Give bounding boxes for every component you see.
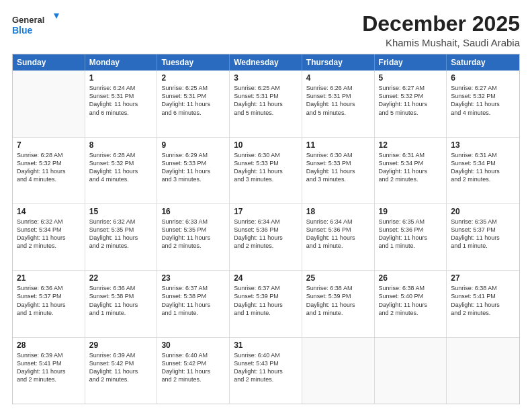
day-number-16: 16 <box>161 207 225 216</box>
calendar-row-1: 7Sunrise: 6:28 AM Sunset: 5:32 PM Daylig… <box>13 138 519 204</box>
day-number-22: 22 <box>89 273 153 283</box>
day-info-23: Sunrise: 6:37 AM Sunset: 5:38 PM Dayligh… <box>161 284 225 317</box>
day-info-3: Sunrise: 6:25 AM Sunset: 5:31 PM Dayligh… <box>234 84 298 117</box>
header-monday: Monday <box>85 54 158 71</box>
calendar-row-4: 28Sunrise: 6:39 AM Sunset: 5:41 PM Dayli… <box>13 338 519 404</box>
calendar-row-3: 21Sunrise: 6:36 AM Sunset: 5:37 PM Dayli… <box>13 271 519 337</box>
day-info-22: Sunrise: 6:36 AM Sunset: 5:38 PM Dayligh… <box>89 284 153 317</box>
calendar-cell-3-0: 21Sunrise: 6:36 AM Sunset: 5:37 PM Dayli… <box>13 271 85 336</box>
calendar-cell-1-5: 12Sunrise: 6:31 AM Sunset: 5:34 PM Dayli… <box>375 138 447 203</box>
header-thursday: Thursday <box>302 54 375 71</box>
calendar-cell-0-2: 2Sunrise: 6:25 AM Sunset: 5:31 PM Daylig… <box>157 71 230 136</box>
day-info-10: Sunrise: 6:30 AM Sunset: 5:33 PM Dayligh… <box>234 151 298 184</box>
day-number-1: 1 <box>89 73 153 83</box>
calendar-cell-1-0: 7Sunrise: 6:28 AM Sunset: 5:32 PM Daylig… <box>13 138 85 203</box>
header-friday: Friday <box>375 54 447 71</box>
calendar-cell-4-3: 31Sunrise: 6:40 AM Sunset: 5:43 PM Dayli… <box>230 338 302 404</box>
calendar-cell-3-6: 27Sunrise: 6:38 AM Sunset: 5:41 PM Dayli… <box>447 271 519 336</box>
calendar-cell-2-4: 18Sunrise: 6:34 AM Sunset: 5:36 PM Dayli… <box>302 204 375 270</box>
calendar-cell-1-1: 8Sunrise: 6:28 AM Sunset: 5:32 PM Daylig… <box>85 138 158 203</box>
day-info-12: Sunrise: 6:31 AM Sunset: 5:34 PM Dayligh… <box>379 151 443 184</box>
day-info-29: Sunrise: 6:39 AM Sunset: 5:42 PM Dayligh… <box>89 351 153 384</box>
calendar-cell-0-6: 6Sunrise: 6:27 AM Sunset: 5:32 PM Daylig… <box>447 71 519 136</box>
calendar: Sunday Monday Tuesday Wednesday Thursday… <box>12 54 520 404</box>
calendar-cell-0-4: 4Sunrise: 6:26 AM Sunset: 5:31 PM Daylig… <box>302 71 375 136</box>
day-number-23: 23 <box>161 273 225 283</box>
day-number-5: 5 <box>379 73 443 83</box>
day-number-21: 21 <box>17 273 81 283</box>
calendar-cell-4-4 <box>302 338 375 404</box>
day-info-27: Sunrise: 6:38 AM Sunset: 5:41 PM Dayligh… <box>451 284 515 317</box>
day-number-27: 27 <box>451 273 515 283</box>
day-info-19: Sunrise: 6:35 AM Sunset: 5:36 PM Dayligh… <box>379 218 443 250</box>
day-number-24: 24 <box>234 273 298 283</box>
day-info-26: Sunrise: 6:38 AM Sunset: 5:40 PM Dayligh… <box>379 284 443 317</box>
calendar-cell-0-1: 1Sunrise: 6:24 AM Sunset: 5:31 PM Daylig… <box>85 71 158 136</box>
header-sunday: Sunday <box>13 54 85 71</box>
day-info-24: Sunrise: 6:37 AM Sunset: 5:39 PM Dayligh… <box>234 284 298 317</box>
calendar-cell-2-3: 17Sunrise: 6:34 AM Sunset: 5:36 PM Dayli… <box>230 204 302 270</box>
calendar-cell-3-3: 24Sunrise: 6:37 AM Sunset: 5:39 PM Dayli… <box>230 271 302 336</box>
day-number-4: 4 <box>306 73 370 83</box>
day-number-30: 30 <box>161 340 225 350</box>
calendar-cell-1-6: 13Sunrise: 6:31 AM Sunset: 5:34 PM Dayli… <box>447 138 519 203</box>
day-number-19: 19 <box>379 207 443 216</box>
day-number-26: 26 <box>379 273 443 283</box>
day-info-28: Sunrise: 6:39 AM Sunset: 5:41 PM Dayligh… <box>17 351 81 384</box>
calendar-cell-4-5 <box>375 338 447 404</box>
svg-text:General: General <box>12 15 44 25</box>
day-info-31: Sunrise: 6:40 AM Sunset: 5:43 PM Dayligh… <box>234 351 298 384</box>
header: General Blue December 2025 Khamis Mushai… <box>12 12 520 48</box>
calendar-cell-3-5: 26Sunrise: 6:38 AM Sunset: 5:40 PM Dayli… <box>375 271 447 336</box>
calendar-cell-0-3: 3Sunrise: 6:25 AM Sunset: 5:31 PM Daylig… <box>230 71 302 136</box>
day-number-15: 15 <box>89 207 153 216</box>
calendar-cell-4-1: 29Sunrise: 6:39 AM Sunset: 5:42 PM Dayli… <box>85 338 158 404</box>
svg-marker-1 <box>54 13 59 19</box>
calendar-cell-4-6 <box>447 338 519 404</box>
day-info-4: Sunrise: 6:26 AM Sunset: 5:31 PM Dayligh… <box>306 84 370 117</box>
day-number-18: 18 <box>306 207 370 216</box>
day-info-1: Sunrise: 6:24 AM Sunset: 5:31 PM Dayligh… <box>89 84 153 117</box>
day-number-3: 3 <box>234 73 298 83</box>
svg-text:Blue: Blue <box>12 25 33 36</box>
calendar-cell-2-0: 14Sunrise: 6:32 AM Sunset: 5:34 PM Dayli… <box>13 204 85 270</box>
day-number-11: 11 <box>306 140 370 150</box>
day-info-30: Sunrise: 6:40 AM Sunset: 5:42 PM Dayligh… <box>161 351 225 384</box>
day-info-25: Sunrise: 6:38 AM Sunset: 5:39 PM Dayligh… <box>306 284 370 317</box>
calendar-cell-3-2: 23Sunrise: 6:37 AM Sunset: 5:38 PM Dayli… <box>157 271 230 336</box>
day-info-6: Sunrise: 6:27 AM Sunset: 5:32 PM Dayligh… <box>451 84 515 117</box>
day-number-28: 28 <box>17 340 81 350</box>
day-number-17: 17 <box>234 207 298 216</box>
day-info-14: Sunrise: 6:32 AM Sunset: 5:34 PM Dayligh… <box>17 218 81 250</box>
page: General Blue December 2025 Khamis Mushai… <box>0 0 532 411</box>
day-info-11: Sunrise: 6:30 AM Sunset: 5:33 PM Dayligh… <box>306 151 370 184</box>
day-number-10: 10 <box>234 140 298 150</box>
calendar-cell-3-1: 22Sunrise: 6:36 AM Sunset: 5:38 PM Dayli… <box>85 271 158 336</box>
header-saturday: Saturday <box>447 54 519 71</box>
calendar-cell-0-5: 5Sunrise: 6:27 AM Sunset: 5:32 PM Daylig… <box>375 71 447 136</box>
calendar-cell-2-2: 16Sunrise: 6:33 AM Sunset: 5:35 PM Dayli… <box>157 204 230 270</box>
calendar-row-2: 14Sunrise: 6:32 AM Sunset: 5:34 PM Dayli… <box>13 204 519 271</box>
day-info-20: Sunrise: 6:35 AM Sunset: 5:37 PM Dayligh… <box>451 218 515 250</box>
day-info-17: Sunrise: 6:34 AM Sunset: 5:36 PM Dayligh… <box>234 218 298 250</box>
day-info-15: Sunrise: 6:32 AM Sunset: 5:35 PM Dayligh… <box>89 218 153 250</box>
day-number-9: 9 <box>161 140 225 150</box>
logo: General Blue <box>12 12 60 38</box>
header-tuesday: Tuesday <box>157 54 230 71</box>
day-info-18: Sunrise: 6:34 AM Sunset: 5:36 PM Dayligh… <box>306 218 370 250</box>
day-number-8: 8 <box>89 140 153 150</box>
day-number-13: 13 <box>451 140 515 150</box>
day-info-13: Sunrise: 6:31 AM Sunset: 5:34 PM Dayligh… <box>451 151 515 184</box>
month-title: December 2025 <box>362 12 520 36</box>
day-number-6: 6 <box>451 73 515 83</box>
day-number-31: 31 <box>234 340 298 350</box>
calendar-cell-1-3: 10Sunrise: 6:30 AM Sunset: 5:33 PM Dayli… <box>230 138 302 203</box>
calendar-cell-4-2: 30Sunrise: 6:40 AM Sunset: 5:42 PM Dayli… <box>157 338 230 404</box>
day-number-25: 25 <box>306 273 370 283</box>
day-info-2: Sunrise: 6:25 AM Sunset: 5:31 PM Dayligh… <box>161 84 225 117</box>
day-info-5: Sunrise: 6:27 AM Sunset: 5:32 PM Dayligh… <box>379 84 443 117</box>
calendar-header: Sunday Monday Tuesday Wednesday Thursday… <box>13 54 519 71</box>
calendar-cell-2-1: 15Sunrise: 6:32 AM Sunset: 5:35 PM Dayli… <box>85 204 158 270</box>
day-number-14: 14 <box>17 207 81 216</box>
calendar-cell-0-0 <box>13 71 85 136</box>
